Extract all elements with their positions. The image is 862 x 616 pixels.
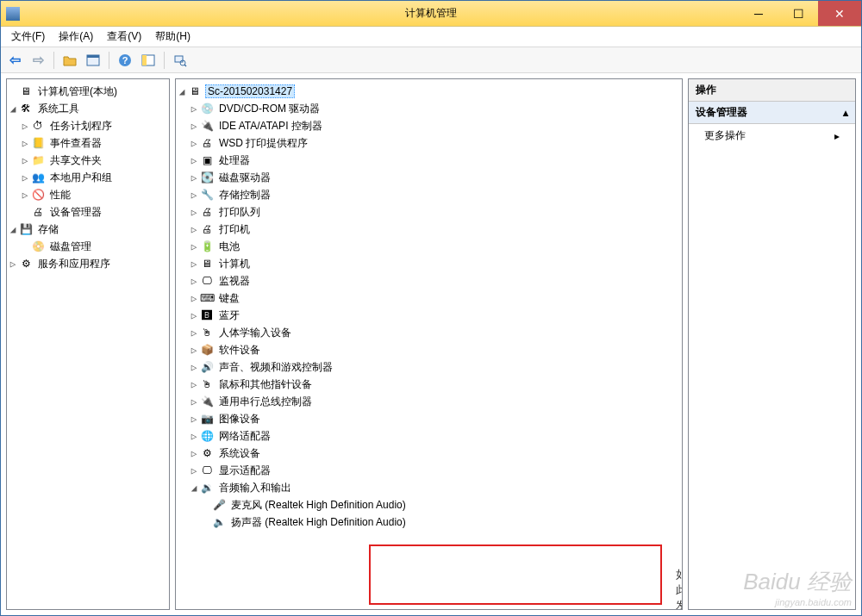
result-pane[interactable]: ◢🖥Sc-201502031427▷💿DVD/CD-ROM 驱动器▷🔌IDE A…: [175, 78, 683, 610]
device-category[interactable]: ▷🔌IDE ATA/ATAPI 控制器: [176, 117, 682, 134]
expand-icon[interactable]: ▷: [188, 103, 200, 115]
node-root[interactable]: 🖥计算机管理(本地): [7, 83, 169, 100]
menu-file[interactable]: 文件(F): [6, 28, 50, 46]
actions-pane: 操作 设备管理器 ▴ 更多操作 ▸: [688, 78, 856, 610]
expand-icon[interactable]: ▷: [188, 258, 200, 270]
expand-icon[interactable]: ▷: [188, 190, 200, 201]
expand-icon[interactable]: ▷: [188, 431, 200, 442]
scope-pane[interactable]: 🖥计算机管理(本地) ◢🛠系统工具 ▷⏱任务计划程序 ▷📒事件查看器 ▷📁共享文…: [6, 78, 170, 610]
device-category[interactable]: ▷🔋电池: [176, 238, 682, 255]
device-category[interactable]: ▷🖨WSD 打印提供程序: [176, 134, 682, 152]
expand-icon[interactable]: ▷: [188, 172, 200, 184]
collapse-icon[interactable]: ◢: [7, 103, 19, 115]
expand-icon[interactable]: ▷: [188, 414, 200, 425]
node-event[interactable]: ▷📒事件查看器: [7, 134, 169, 152]
device-category[interactable]: ◢🔉音频输入和输出: [176, 479, 682, 496]
node-storage[interactable]: ◢💾存储: [7, 221, 169, 238]
device-category[interactable]: ▷💽磁盘驱动器: [176, 169, 682, 186]
node-devmgr[interactable]: 🖨设备管理器: [7, 203, 169, 221]
device-category[interactable]: ▷⚙系统设备: [176, 445, 682, 462]
expand-icon[interactable]: ▷: [188, 207, 200, 218]
expand-icon[interactable]: ▷: [188, 345, 200, 356]
device-category[interactable]: ▷▣处理器: [176, 152, 682, 169]
device-icon: 🅱: [200, 308, 214, 322]
view-button[interactable]: [83, 50, 103, 71]
more-actions[interactable]: 更多操作 ▸: [689, 124, 855, 147]
separator: [109, 52, 109, 69]
expand-icon[interactable]: ▷: [188, 276, 200, 287]
node-disk[interactable]: 📀磁盘管理: [7, 238, 169, 255]
expand-icon[interactable]: ▷: [19, 172, 31, 184]
expand-icon[interactable]: ▷: [188, 327, 200, 339]
device-category[interactable]: ▷🖱鼠标和其他指针设备: [176, 376, 682, 393]
collapse-icon[interactable]: ◢: [176, 86, 188, 97]
expand-icon[interactable]: ▷: [19, 138, 31, 149]
device-category[interactable]: ▷🖱人体学输入设备: [176, 324, 682, 341]
device-category[interactable]: ▷⌨键盘: [176, 289, 682, 307]
node-task[interactable]: ▷⏱任务计划程序: [7, 117, 169, 134]
device-category[interactable]: ▷📦软件设备: [176, 341, 682, 358]
device-icon: 🔧: [200, 188, 214, 202]
scan-button[interactable]: [170, 50, 191, 71]
device-category[interactable]: ▷🔌通用串行总线控制器: [176, 393, 682, 410]
actions-section[interactable]: 设备管理器 ▴: [689, 102, 855, 124]
device-icon: ▣: [200, 153, 214, 167]
device-root[interactable]: ◢🖥Sc-201502031427: [176, 83, 682, 100]
node-services[interactable]: ▷⚙服务和应用程序: [7, 255, 169, 272]
help-button[interactable]: ?: [115, 50, 135, 71]
device-category[interactable]: ▷🖥计算机: [176, 255, 682, 272]
maximize-button[interactable]: ☐: [778, 1, 818, 26]
device-icon: 💽: [200, 171, 214, 184]
audio-mic[interactable]: 🎤麦克风 (Realtek High Definition Audio): [176, 496, 682, 513]
minimize-button[interactable]: ─: [739, 1, 778, 26]
device-category[interactable]: ▷🔧存储控制器: [176, 186, 682, 203]
menu-bar: 文件(F) 操作(A) 查看(V) 帮助(H): [1, 27, 861, 47]
expand-icon[interactable]: ▷: [188, 379, 200, 390]
menu-help[interactable]: 帮助(H): [150, 28, 196, 46]
detail-button[interactable]: [138, 50, 159, 71]
expand-icon[interactable]: ▷: [19, 155, 31, 166]
expand-icon[interactable]: ▷: [188, 121, 200, 132]
collapse-icon[interactable]: ◢: [7, 224, 19, 235]
device-category[interactable]: ▷📷图像设备: [176, 410, 682, 427]
expand-icon[interactable]: ▷: [19, 190, 31, 201]
close-button[interactable]: ✕: [818, 1, 861, 26]
expand-icon[interactable]: ▷: [188, 465, 200, 476]
expand-icon[interactable]: ▷: [7, 258, 19, 270]
back-button[interactable]: ⇦: [4, 50, 25, 71]
highlight-box: [369, 544, 662, 605]
menu-action[interactable]: 操作(A): [53, 28, 98, 46]
device-category[interactable]: ▷🖵监视器: [176, 272, 682, 289]
device-category[interactable]: ▷💿DVD/CD-ROM 驱动器: [176, 100, 682, 117]
device-category[interactable]: ▷🖨打印队列: [176, 203, 682, 221]
expand-icon[interactable]: ▷: [188, 448, 200, 459]
expand-icon[interactable]: ▷: [188, 155, 200, 166]
node-shared[interactable]: ▷📁共享文件夹: [7, 152, 169, 169]
audio-mic-icon: 🎤: [212, 498, 226, 512]
mmc-icon: 🖥: [19, 84, 33, 98]
menu-view[interactable]: 查看(V): [102, 28, 147, 46]
device-category[interactable]: ▷🖨打印机: [176, 221, 682, 238]
expand-icon[interactable]: ◢: [188, 482, 200, 494]
expand-icon[interactable]: ▷: [188, 224, 200, 235]
node-users[interactable]: ▷👥本地用户和组: [7, 169, 169, 186]
expand-icon[interactable]: ▷: [188, 293, 200, 304]
expand-icon[interactable]: ▷: [188, 396, 200, 408]
folder-button[interactable]: [59, 50, 80, 71]
expand-icon[interactable]: ▷: [188, 310, 200, 321]
expand-icon[interactable]: ▷: [188, 241, 200, 252]
help-icon: ?: [118, 53, 132, 67]
expand-icon[interactable]: ▷: [188, 362, 200, 373]
device-icon: 🔊: [200, 360, 214, 374]
device-category[interactable]: ▷🅱蓝牙: [176, 307, 682, 324]
node-systools[interactable]: ◢🛠系统工具: [7, 100, 169, 117]
folder-icon: [63, 53, 77, 67]
forward-button[interactable]: ⇨: [28, 50, 48, 71]
device-category[interactable]: ▷🌐网络适配器: [176, 427, 682, 445]
expand-icon[interactable]: ▷: [19, 121, 31, 132]
node-perf[interactable]: ▷🚫性能: [7, 186, 169, 203]
audio-speaker[interactable]: 🔈扬声器 (Realtek High Definition Audio): [176, 513, 682, 531]
device-category[interactable]: ▷🔊声音、视频和游戏控制器: [176, 358, 682, 376]
expand-icon[interactable]: ▷: [188, 138, 200, 149]
device-category[interactable]: ▷🖵显示适配器: [176, 462, 682, 479]
